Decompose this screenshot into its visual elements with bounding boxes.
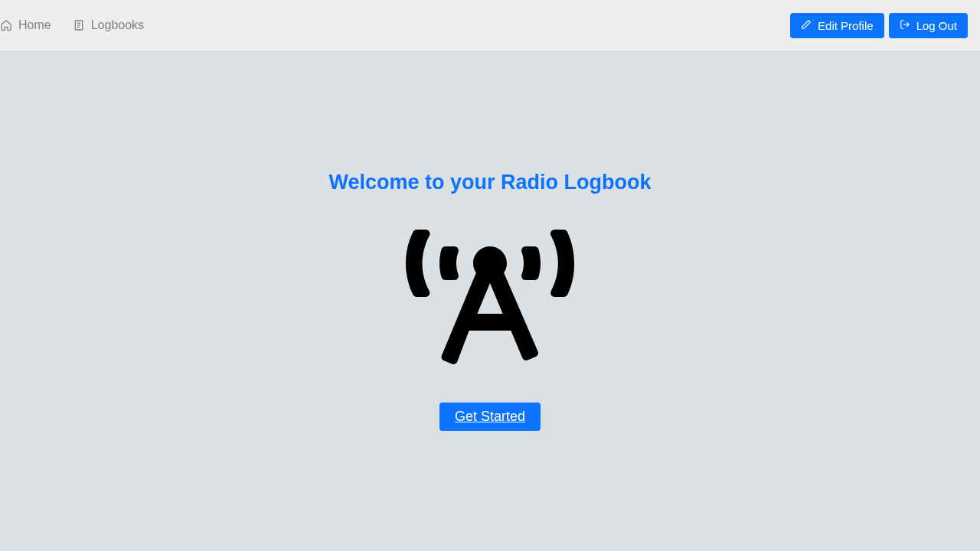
logout-button[interactable]: Log Out bbox=[889, 13, 968, 38]
pencil-icon bbox=[801, 19, 812, 32]
nav-item-home[interactable]: Home bbox=[0, 18, 51, 32]
logout-icon bbox=[900, 19, 910, 32]
navbar: Home Logbooks Edit Profile Log Out bbox=[0, 0, 980, 51]
book-icon bbox=[73, 19, 85, 31]
hero: Welcome to your Radio Logbook Get Starte… bbox=[0, 51, 980, 551]
page-title: Welcome to your Radio Logbook bbox=[328, 171, 651, 194]
nav-left: Home Logbooks bbox=[0, 18, 165, 32]
nav-right: Edit Profile Log Out bbox=[790, 13, 968, 38]
button-label: Edit Profile bbox=[818, 19, 874, 32]
broadcast-tower-icon bbox=[406, 220, 574, 377]
nav-item-label: Home bbox=[18, 18, 51, 32]
nav-item-logbooks[interactable]: Logbooks bbox=[73, 18, 144, 32]
button-label: Log Out bbox=[916, 19, 957, 32]
get-started-button[interactable]: Get Started bbox=[439, 403, 541, 431]
edit-profile-button[interactable]: Edit Profile bbox=[790, 13, 884, 38]
nav-item-label: Logbooks bbox=[91, 18, 144, 32]
home-icon bbox=[0, 19, 12, 31]
